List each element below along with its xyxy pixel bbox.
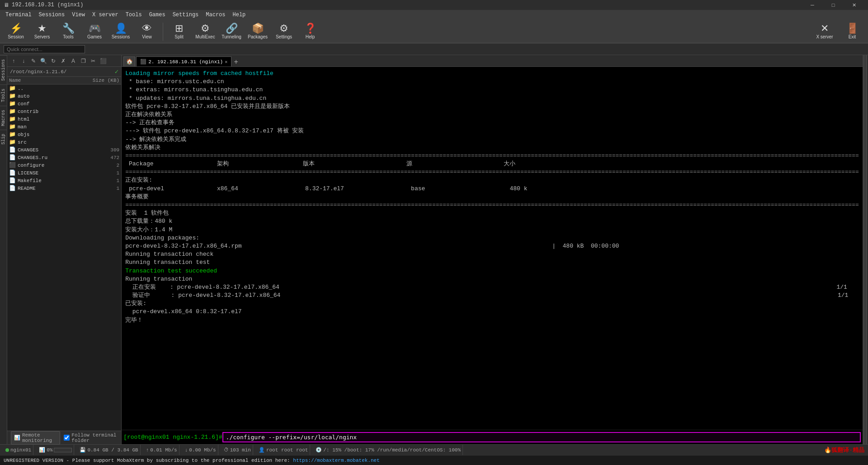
minimize-button[interactable]: ─ <box>802 0 823 10</box>
file-icon: 📄 <box>9 169 16 176</box>
menu-item-macros[interactable]: Macros <box>202 10 229 20</box>
fp-search[interactable]: 🔍 <box>39 56 48 66</box>
status-upload: ↑ 0.01 Mb/s <box>144 445 179 455</box>
file-item[interactable]: 📄README1 <box>7 184 121 192</box>
terminal-line: Downloading packages: <box>125 234 859 242</box>
maximize-button[interactable]: □ <box>823 0 844 10</box>
terminal-line: --> 解决依赖关系完成 <box>125 136 859 144</box>
status-cpu: 📊 0% <box>37 445 74 455</box>
toolbar-session[interactable]: ⚡ Session <box>4 21 28 42</box>
toolbar-multiexec[interactable]: ⚙ MultiExec <box>193 21 217 42</box>
file-item[interactable]: 📄CHANGES.ru472 <box>7 154 121 161</box>
sidebar-tab-macros[interactable]: Macros <box>0 106 7 130</box>
toolbar-servers[interactable]: ★ Servers <box>30 21 54 42</box>
file-panel: ↑ ↓ ✎ 🔍 ↻ ✗ A ❒ ✂ ⬛ /root/nginx-1.21.6/ … <box>7 55 122 444</box>
new-tab-button[interactable]: + <box>231 57 241 66</box>
status-hostname: nginx01 <box>4 445 33 455</box>
tab-home[interactable]: 🏠 <box>123 56 135 66</box>
toolbar-help[interactable]: ❓ Help <box>298 21 322 42</box>
file-name: CHANGES <box>18 147 83 153</box>
file-name: objs <box>18 132 83 137</box>
toolbar-split[interactable]: ⊞ Split <box>167 21 191 42</box>
toolbar-xserver[interactable]: ✕ X server <box>811 21 838 42</box>
quickconnect-input[interactable] <box>4 45 85 53</box>
tunneling-icon: 🔗 <box>226 23 238 33</box>
toolbar-view[interactable]: 👁 View <box>135 21 159 42</box>
toolbar-sessions[interactable]: 👤 Sessions <box>108 21 133 42</box>
remote-monitoring-button[interactable]: 📊 Remote monitoring <box>11 431 60 445</box>
menu-item-games[interactable]: Games <box>146 10 169 20</box>
titlebar: 🖥 192.168.10.31 (nginx1) ─ □ ✕ <box>0 0 868 10</box>
file-icon: 📄 <box>9 177 16 184</box>
fp-folder[interactable]: ⬛ <box>99 56 108 66</box>
menu-item-terminal[interactable]: Terminal <box>2 10 35 20</box>
exit-label: Exit <box>849 34 856 39</box>
toolbar-settings[interactable]: ⚙ Settings <box>272 21 296 42</box>
split-label: Split <box>175 34 183 39</box>
follow-folder-checkbox[interactable]: Follow terminal folder <box>64 432 118 443</box>
fp-refresh[interactable]: ↻ <box>49 56 58 66</box>
follow-folder-label: Follow terminal folder <box>71 432 118 443</box>
sidebar-tab-slip[interactable]: Slip <box>0 130 7 148</box>
terminal-line: Transaction test succeeded <box>125 267 859 275</box>
app-icon: 🖥 <box>4 2 9 9</box>
file-item[interactable]: 📁auto <box>7 92 121 100</box>
status-bar: nginx01 📊 0% 💾 0.84 GB / 3.84 GB ↑ 0.01 … <box>0 444 868 455</box>
toolbar-tools[interactable]: 🔧 Tools <box>56 21 80 42</box>
tools-icon: 🔧 <box>62 23 75 33</box>
file-name: contrib <box>18 109 83 114</box>
menu-item-settings[interactable]: Settings <box>169 10 203 20</box>
fp-down[interactable]: ↓ <box>19 56 28 66</box>
file-item[interactable]: 📁.. <box>7 85 121 92</box>
file-item[interactable]: 📁objs <box>7 131 121 138</box>
fp-copy[interactable]: ❒ <box>79 56 88 66</box>
terminal-input-box[interactable]: ./configure --prefix=/usr/local/nginx <box>222 432 861 442</box>
monitor-icon: 📊 <box>14 435 20 441</box>
file-item[interactable]: 📄LICENSE1 <box>7 169 121 177</box>
toolbar-exit[interactable]: 🚪 Exit <box>840 21 864 42</box>
follow-folder-check[interactable] <box>64 435 70 441</box>
terminal-line: ---> 软件包 pcre-devel.x86_64.0.8.32-17.el7… <box>125 127 859 135</box>
menu-item-sessions[interactable]: Sessions <box>35 10 69 20</box>
file-item[interactable]: 📁contrib <box>7 108 121 115</box>
user-icon: 👤 <box>259 447 265 453</box>
terminal-line: 总下载量：480 k <box>125 217 859 225</box>
file-name: conf <box>18 101 83 107</box>
file-item[interactable]: 📄Makefile1 <box>7 177 121 184</box>
games-icon: 🎮 <box>89 23 101 33</box>
toolbar-packages[interactable]: 📦 Packages <box>245 21 270 42</box>
sidebar-tab-sessions[interactable]: Sessions <box>0 55 7 85</box>
file-icon: 📄 <box>9 146 16 153</box>
status-time: ⏱ 103 min <box>222 445 253 455</box>
terminal-line: 完毕！ <box>125 316 859 324</box>
fp-edit[interactable]: ✎ <box>29 56 38 66</box>
menu-item-tools[interactable]: Tools <box>122 10 146 20</box>
fp-cut[interactable]: ✂ <box>89 56 98 66</box>
file-item[interactable]: 📁src <box>7 138 121 146</box>
file-item[interactable]: 📁conf <box>7 100 121 108</box>
file-item[interactable]: ⬛configure2 <box>7 161 121 169</box>
sessions-label: Sessions <box>112 34 130 39</box>
menu-item-x server[interactable]: X server <box>89 10 122 20</box>
path-ok-icon: ✓ <box>115 68 118 75</box>
file-item[interactable]: 📁man <box>7 123 121 131</box>
menu-item-help[interactable]: Help <box>229 10 250 20</box>
split-icon: ⊞ <box>175 23 183 33</box>
terminal-line: ========================================… <box>125 168 859 176</box>
promo-link[interactable]: https://mobaxterm.mobatek.net <box>293 458 379 463</box>
sidebar-tab-tools[interactable]: Tools <box>0 85 7 106</box>
close-button[interactable]: ✕ <box>844 0 864 10</box>
folder-icon: 📁 <box>9 139 16 146</box>
tab-session[interactable]: ⬛ 2. 192.168.10.31 (nginx1) ✕ <box>136 56 231 66</box>
menu-item-view[interactable]: View <box>68 10 89 20</box>
toolbar-games[interactable]: 🎮 Games <box>82 21 107 42</box>
file-item[interactable]: 📄CHANGES309 <box>7 146 121 154</box>
fp-new-file[interactable]: A <box>69 56 78 66</box>
terminal-line: pcre-devel-8.32-17.el7.x86_64.rpm | 480 … <box>125 242 859 250</box>
toolbar-tunneling[interactable]: 🔗 Tunneling <box>219 21 244 42</box>
fp-up[interactable]: ↑ <box>9 56 18 66</box>
file-item[interactable]: 📁html <box>7 115 121 123</box>
fp-delete[interactable]: ✗ <box>59 56 68 66</box>
games-label: Games <box>87 34 102 39</box>
tab-close-icon[interactable]: ✕ <box>225 59 227 65</box>
